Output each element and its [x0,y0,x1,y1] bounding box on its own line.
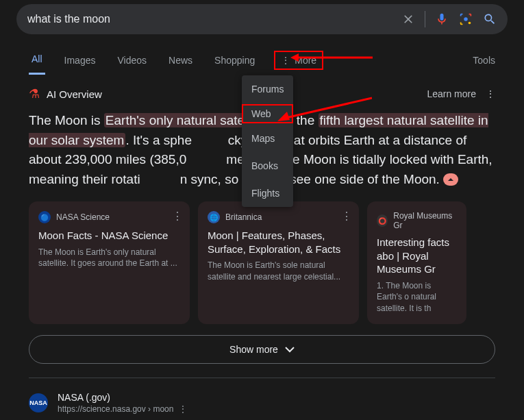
ai-menu-icon[interactable]: ⋮ [486,88,495,99]
result-source: NASA (.gov) [58,392,187,403]
show-more-label: Show more [229,344,278,355]
annotation-arrow-icon [290,51,373,64]
tab-images[interactable]: Images [62,47,99,74]
dropdown-books[interactable]: Books [242,152,293,180]
favicon-icon: 🔵 [38,211,51,223]
tab-videos[interactable]: Videos [114,47,149,74]
card-title: Interesting facts abo | Royal Museums Gr [377,236,457,276]
tools-button[interactable]: Tools [473,55,495,66]
tab-shopping[interactable]: Shopping [212,47,258,74]
search-input[interactable] [27,13,401,25]
collapse-icon[interactable] [443,173,458,186]
card-source: Royal Museums Gr [393,211,457,230]
card-desc: The Moon is Earth's sole natural satelli… [208,260,349,283]
search-bar [16,4,508,34]
lens-icon[interactable] [458,12,473,27]
svg-line-4 [283,98,372,119]
overview-highlight: Earth's only natural satell [104,113,252,127]
card-desc: 1. The Moon is Earth's o natural satelli… [377,280,457,314]
overview-part: The Moon is [29,113,104,127]
source-card[interactable]: 🔵NASA Science ⋮ Moon Facts - NASA Scienc… [29,201,190,324]
favicon-icon: 🌐 [208,211,220,223]
svg-point-0 [464,17,468,21]
learn-more-link[interactable]: Learn more [427,88,476,99]
source-cards: 🔵NASA Science ⋮ Moon Facts - NASA Scienc… [29,201,495,324]
search-result[interactable]: NASA NASA (.gov) https://science.nasa.go… [29,392,495,414]
show-more-button[interactable]: Show more [29,335,495,364]
clear-icon[interactable] [401,12,415,26]
source-card[interactable]: 🌐Britannica ⋮ Moon | Features, Phases, S… [198,201,359,324]
tab-all[interactable]: All [29,45,45,75]
card-source: Britannica [225,212,262,222]
svg-marker-3 [290,53,299,62]
favicon-icon: ⭕ [377,214,388,227]
ai-overview-title: AI Overview [47,88,102,100]
svg-point-1 [469,22,471,25]
dropdown-maps[interactable]: Maps [242,125,293,152]
result-favicon-icon: NASA [29,393,48,412]
annotation-arrow-icon [276,91,372,125]
source-card[interactable]: ⭕Royal Museums Gr Interesting facts abo … [367,201,466,324]
flask-icon: ⚗ [29,86,40,101]
card-title: Moon Facts - NASA Science [38,229,180,243]
result-menu-icon[interactable]: ⋮ [179,404,187,414]
tab-news[interactable]: News [166,47,195,74]
search-icon[interactable] [483,12,497,26]
result-url: https://science.nasa.gov › moon [58,404,173,414]
divider [425,11,425,27]
mic-icon[interactable] [435,11,449,27]
svg-marker-5 [277,112,290,121]
dropdown-flights[interactable]: Flights [242,180,293,207]
card-menu-icon[interactable]: ⋮ [172,210,183,223]
card-menu-icon[interactable]: ⋮ [341,210,352,223]
divider [29,378,495,378]
card-source: NASA Science [56,212,110,222]
more-dots-icon: ⋮ [281,55,290,66]
chevron-down-icon [285,344,295,355]
card-title: Moon | Features, Phases, Surface, Explor… [208,229,349,256]
card-desc: The Moon is Earth's only natural satelli… [38,247,180,270]
tabs-bar: All Images Videos News Shopping ⋮ More T… [0,45,524,75]
